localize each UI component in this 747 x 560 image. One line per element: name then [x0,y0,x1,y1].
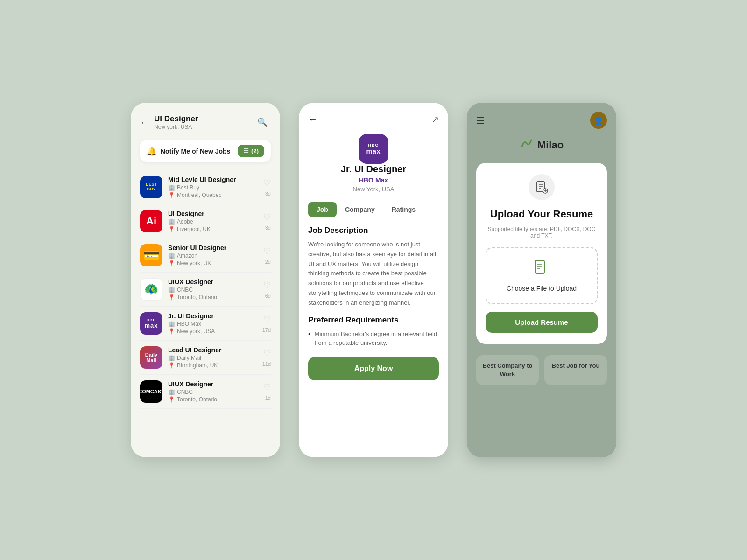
job-title-large: Jr. UI Designer [341,164,406,175]
job-location: 📍 Toronto, Ontario [168,294,258,301]
header-left: ← UI Designer New york, USA [140,114,198,130]
favorite-icon[interactable]: ♡ [263,178,271,188]
tabs-container: Job Company Ratings [308,202,439,217]
back-arrow-icon[interactable]: ← [140,117,149,128]
company-logo-comcast: COMCAST [140,380,162,403]
upload-title: Upload Your Resume [486,208,598,221]
screen1-header: ← UI Designer New york, USA 🔍 [140,114,271,131]
company-logo-bestbuy: BESTBUY [140,176,162,198]
company-name-link[interactable]: HBO Max [359,176,388,184]
job-location: 📍 Toronto, Ontario [168,396,258,403]
job-title: Mid Levle UI Designer [168,176,258,183]
share-icon[interactable]: ↗ [432,114,439,125]
back-arrow-icon[interactable]: ← [308,114,317,125]
tab-ratings[interactable]: Ratings [383,202,424,217]
table-row[interactable]: Ai UI Designer 🏢 Adobe 📍 Liverpool, UK ♡… [140,204,271,238]
list-item: • Minimum Bachelor's degree in a relevan… [308,329,439,348]
modal-card: Upload Your Resume Supported file types … [476,163,607,344]
job-info: UI Designer 🏢 Adobe 📍 Liverpool, UK [168,210,258,232]
job-info: Lead UI Designer 🏢 Daily Mail 📍 Birmingh… [168,346,257,369]
days-ago: 3d [265,191,271,196]
filter-badge[interactable]: ☰ (2) [238,145,264,157]
bottom-card-company-label: Best Company to Work [483,362,533,378]
tab-job[interactable]: Job [308,202,337,217]
days-ago: 6d [265,293,271,299]
notify-left: 🔔 Notify Me of New Jobs [147,146,230,156]
file-drop-zone[interactable]: Choose a File to Upload [486,247,598,304]
days-ago: 11d [262,361,271,367]
job-company: 🏢 Best Buy [168,184,258,191]
job-description: We're looking for someone who is not jus… [308,240,439,308]
company-logo-dailymail: DailyMail [140,346,162,369]
screen3-header: ☰ 👤 [476,112,607,129]
bottom-card-job[interactable]: Best Job for You [544,355,607,385]
favorite-icon[interactable]: ♡ [263,212,271,222]
table-row[interactable]: DailyMail Lead UI Designer 🏢 Daily Mail … [140,341,271,375]
job-info: UIUX Designer 🏢 CNBC 📍 Toronto, Ontario [168,380,258,403]
favorite-icon[interactable]: ♡ [263,246,271,256]
days-ago: 2d [265,259,271,265]
job-info: Mid Levle UI Designer 🏢 Best Buy 📍 Montr… [168,176,258,198]
table-row[interactable]: 🦚 UIUX Designer 🏢 CNBC 📍 Toronto, Ontari… [140,273,271,307]
table-row[interactable]: COMCAST UIUX Designer 🏢 CNBC 📍 Toronto, … [140,375,271,409]
table-row[interactable]: BESTBUY Mid Levle UI Designer 🏢 Best Buy… [140,170,271,204]
days-ago: 1d [265,395,271,401]
job-right: ♡ 1d [263,382,271,401]
avatar[interactable]: 👤 [590,112,607,129]
favorite-icon[interactable]: ♡ [263,348,271,358]
job-location: 📍 Liverpool, UK [168,226,258,232]
job-info: UIUX Designer 🏢 CNBC 📍 Toronto, Ontario [168,278,258,301]
brand-name: Milao [537,139,564,151]
filter-count: (2) [251,147,259,154]
supported-text: Supported file types are: PDF, DOCX, DOC… [486,226,598,239]
screen2-header: ← ↗ [308,114,439,125]
search-button[interactable]: 🔍 [254,114,271,131]
apply-now-button[interactable]: Apply Now [308,357,439,380]
table-row[interactable]: 💳 Senior UI Designer 🏢 Amazon 📍 New york… [140,238,271,273]
upload-resume-button[interactable]: Upload Resume [486,312,598,333]
bottom-card-company[interactable]: Best Company to Work [476,355,539,385]
job-right: ♡ 3d [263,212,271,231]
max-text: max [366,147,381,155]
table-row[interactable]: HBO max Jr. UI Designer 🏢 HBO Max 📍 New … [140,307,271,341]
screen1-subtitle: New york, USA [154,124,198,130]
job-title: UIUX Designer [168,380,258,388]
days-ago: 3d [265,225,271,231]
favorite-icon[interactable]: ♡ [263,382,271,392]
job-right: ♡ 17d [262,314,271,333]
hbo-text: HBO [368,143,379,147]
job-location: 📍 New york, UK [168,260,258,266]
hamburger-icon[interactable]: ☰ [476,115,485,126]
screen1-title: UI Designer [154,114,198,124]
favorite-icon[interactable]: ♡ [263,314,271,324]
company-logo-adobe: Ai [140,210,162,232]
company-section: HBO max Jr. UI Designer HBO Max New York… [308,134,439,193]
header-title-group: UI Designer New york, USA [154,114,198,130]
choose-file-text: Choose a File to Upload [507,285,577,292]
company-logo-cnbc: 🦚 [140,278,162,301]
job-location-center: New York, USA [353,186,395,193]
tab-company[interactable]: Company [337,202,383,217]
notify-label: Notify Me of New Jobs [161,147,230,155]
notify-bar: 🔔 Notify Me of New Jobs ☰ (2) [140,140,271,162]
bullet-dot: • [308,329,311,348]
job-title: UI Designer [168,210,258,217]
file-icon [533,259,550,280]
company-logo-large: HBO max [359,134,388,164]
screens-container: ← UI Designer New york, USA 🔍 🔔 Notify M… [131,103,616,457]
bottom-cards: Best Company to Work Best Job for You [476,355,607,385]
job-info: Senior UI Designer 🏢 Amazon 📍 New york, … [168,244,258,266]
favorite-icon[interactable]: ♡ [263,280,271,290]
brand-logo: Milao [476,136,607,154]
job-company: 🏢 HBO Max [168,321,257,327]
svg-rect-7 [535,260,544,273]
screen3-content: ☰ 👤 Milao [467,103,616,394]
job-company: 🏢 CNBC [168,389,258,395]
job-location: 📍 New york, USA [168,328,257,335]
days-ago: 17d [262,327,271,333]
job-location: 📍 Montreal, Quebec [168,192,258,198]
job-right: ♡ 3d [263,178,271,196]
job-company: 🏢 Adobe [168,218,258,225]
job-right: ♡ 2d [263,246,271,265]
job-company: 🏢 CNBC [168,287,258,293]
